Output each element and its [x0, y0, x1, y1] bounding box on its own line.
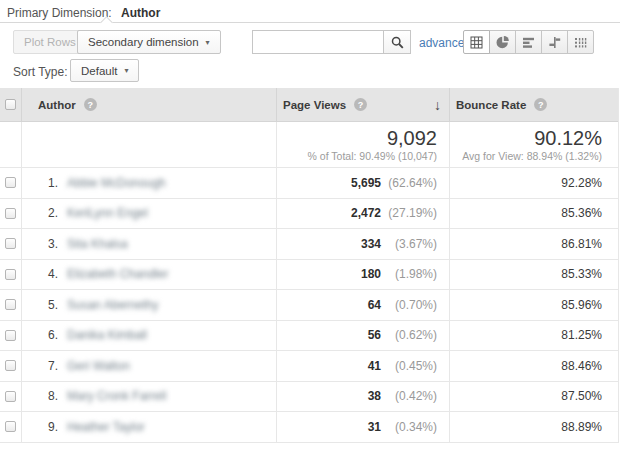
author-name-blurred[interactable]: Heather Taylor — [67, 420, 145, 434]
author-cell: 7. Geri Walton — [22, 351, 277, 382]
bounce-rate-cell: 92.28% — [450, 168, 618, 199]
author-cell: 8. Mary Cronk Farrell — [22, 382, 277, 413]
bounce-rate-value: 86.81% — [561, 237, 602, 251]
pivot-view-button[interactable] — [567, 30, 594, 54]
row-rank: 9. — [36, 420, 58, 434]
page-views-cell: 180 (1.98%) — [277, 260, 450, 291]
row-rank: 7. — [36, 359, 58, 373]
page-views-value: 38 — [368, 389, 381, 403]
secondary-dimension-dropdown[interactable]: Secondary dimension ▾ — [77, 30, 221, 54]
summary-checkbox-cell — [0, 122, 22, 168]
page-views-pct: (62.64%) — [385, 176, 437, 190]
column-header-author[interactable]: Author ? — [22, 88, 277, 122]
row-checkbox[interactable] — [5, 299, 16, 310]
row-rank: 1. — [36, 176, 58, 190]
row-rank: 8. — [36, 389, 58, 403]
bounce-rate-cell: 86.81% — [450, 229, 618, 260]
author-cell: 6. Danika Kimball — [22, 321, 277, 352]
page-views-cell: 41 (0.45%) — [277, 351, 450, 382]
page-views-pct: (0.45%) — [385, 359, 437, 373]
page-views-cell: 5,695 (62.64%) — [277, 168, 450, 199]
row-checkbox[interactable] — [5, 177, 16, 188]
help-icon[interactable]: ? — [84, 98, 97, 111]
bounce-rate-value: 85.33% — [561, 267, 602, 281]
column-header-bounce-rate[interactable]: Bounce Rate ? — [450, 88, 618, 122]
author-column-label: Author — [38, 99, 76, 111]
sort-descending-icon: ↓ — [434, 97, 441, 113]
row-checkbox-cell — [0, 321, 22, 352]
search-button[interactable] — [383, 30, 411, 54]
page-views-value: 64 — [368, 298, 381, 312]
author-name-blurred[interactable]: KeriLynn Engel — [67, 206, 148, 220]
bounce-rate-column-label: Bounce Rate — [456, 99, 526, 111]
primary-dimension-tab-author[interactable]: Author — [121, 6, 160, 20]
page-views-total: 9,092 — [387, 127, 437, 149]
row-checkbox[interactable] — [5, 238, 16, 249]
page-views-value: 41 — [368, 359, 381, 373]
report-table: Author ? Page Views ? ↓ Bounce Rate ? 9,… — [0, 88, 619, 443]
help-icon[interactable]: ? — [354, 98, 367, 111]
author-cell: 5. Susan Abernethy — [22, 290, 277, 321]
row-rank: 2. — [36, 206, 58, 220]
author-name-blurred[interactable]: Susan Abernethy — [67, 298, 158, 312]
grid-icon — [470, 36, 483, 49]
bounce-rate-value: 88.89% — [561, 420, 602, 434]
search-icon — [391, 36, 404, 49]
row-checkbox[interactable] — [5, 330, 16, 341]
row-checkbox-cell — [0, 290, 22, 321]
author-name-blurred[interactable]: Sita Khalsa — [67, 237, 128, 251]
performance-view-button[interactable] — [515, 30, 542, 54]
row-checkbox-cell — [0, 199, 22, 230]
table-search — [252, 30, 411, 54]
bounce-rate-cell: 85.96% — [450, 290, 618, 321]
author-cell: 9. Heather Taylor — [22, 412, 277, 443]
bounce-rate-cell: 85.36% — [450, 199, 618, 230]
row-rank: 4. — [36, 267, 58, 281]
author-name-blurred[interactable]: Danika Kimball — [67, 328, 147, 342]
row-checkbox[interactable] — [5, 208, 16, 219]
page-views-pct: (0.70%) — [385, 298, 437, 312]
percentage-view-button[interactable] — [489, 30, 516, 54]
bounce-rate-value: 87.50% — [561, 389, 602, 403]
summary-bounce-rate: 90.12% Avg for View: 88.94% (1.32%) — [450, 122, 618, 168]
row-checkbox[interactable] — [5, 421, 16, 432]
sort-type-label: Sort Type: — [13, 65, 67, 79]
column-header-page-views[interactable]: Page Views ? ↓ — [277, 88, 450, 122]
page-views-pct: (0.62%) — [385, 328, 437, 342]
search-input[interactable] — [252, 30, 383, 54]
page-views-cell: 64 (0.70%) — [277, 290, 450, 321]
data-table-view-button[interactable] — [463, 30, 490, 54]
author-name-blurred[interactable]: Geri Walton — [67, 359, 130, 373]
bounce-rate-cell: 88.89% — [450, 412, 618, 443]
bounce-rate-cell: 88.46% — [450, 351, 618, 382]
sort-type-dropdown[interactable]: Default ▾ — [70, 59, 139, 82]
primary-dimension-label: Primary Dimension: — [7, 6, 112, 20]
bounce-rate-avg: 90.12% — [534, 127, 602, 149]
page-views-value: 5,695 — [351, 176, 381, 190]
comparison-icon — [548, 36, 561, 49]
view-switcher — [463, 30, 594, 54]
summary-author-cell — [22, 122, 277, 168]
help-icon[interactable]: ? — [534, 98, 547, 111]
plot-rows-button[interactable]: Plot Rows — [13, 30, 87, 54]
comparison-view-button[interactable] — [541, 30, 568, 54]
row-rank: 5. — [36, 298, 58, 312]
select-all-checkbox[interactable] — [5, 99, 16, 110]
row-checkbox[interactable] — [5, 391, 16, 402]
row-checkbox-cell — [0, 351, 22, 382]
row-checkbox[interactable] — [5, 269, 16, 280]
row-checkbox[interactable] — [5, 360, 16, 371]
page-views-value: 56 — [368, 328, 381, 342]
summary-page-views: 9,092 % of Total: 90.49% (10,047) — [277, 122, 450, 168]
author-name-blurred[interactable]: Abbie McDonough — [67, 176, 166, 190]
page-views-cell: 56 (0.62%) — [277, 321, 450, 352]
author-name-blurred[interactable]: Elizabeth Chandler — [67, 267, 168, 281]
bounce-rate-value: 85.96% — [561, 298, 602, 312]
author-name-blurred[interactable]: Mary Cronk Farrell — [67, 389, 166, 403]
page-views-pct: (0.42%) — [385, 389, 437, 403]
secondary-dimension-label: Secondary dimension — [88, 36, 199, 48]
page-views-value: 31 — [368, 420, 381, 434]
page-views-value: 180 — [361, 267, 381, 281]
pie-icon — [496, 35, 510, 49]
pivot-icon — [574, 36, 587, 49]
